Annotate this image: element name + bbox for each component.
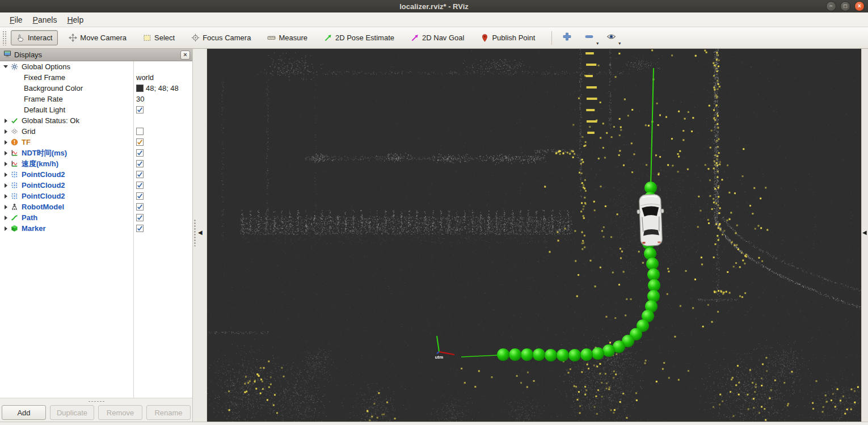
panel-splitter[interactable] [0,398,192,405]
minimize-button[interactable]: − [826,1,836,11]
tree-row-left: Frame Rate [0,94,133,104]
tree-row-value[interactable] [133,149,144,157]
expand-arrow-right-icon[interactable] [2,183,10,188]
tree-row-value[interactable] [133,182,144,189]
remove-tool-button[interactable]: ▾ [580,30,599,46]
move-camera-tool-button[interactable]: Move Camera [63,30,132,45]
tree-row-value[interactable]: 30 [133,95,144,103]
checkbox-checked[interactable] [136,225,144,232]
add-tool-button[interactable] [558,30,576,46]
checkbox-checked[interactable] [136,203,144,211]
measure-tool-button[interactable]: Measure [262,30,313,45]
property-value[interactable]: 48; 48; 48 [146,84,179,92]
color-swatch[interactable] [136,85,144,92]
tree-row-value[interactable] [133,225,144,232]
expand-arrow-right-icon[interactable] [2,172,10,177]
tree-row-value[interactable]: 48; 48; 48 [133,84,179,92]
expand-arrow-right-icon[interactable] [2,226,10,231]
tree-row-left: TF [0,137,133,148]
menu-panels[interactable]: Panels [28,14,62,26]
duplicate-button[interactable]: Duplicate [50,405,94,420]
focus-camera-icon [191,33,200,42]
tool-label: Measure [279,33,307,42]
maximize-button[interactable]: □ [840,1,850,11]
tree-row-pointcloud2[interactable]: PointCloud2 [0,191,192,201]
expand-arrow-right-icon[interactable] [2,129,10,134]
title-bar[interactable]: localizer.rviz* - RViz −□× [0,0,868,12]
tree-row-value[interactable] [133,214,144,221]
checkbox-unchecked[interactable] [136,128,144,135]
expand-arrow-right-icon[interactable] [2,205,10,209]
tree-row-robotmodel[interactable]: RobotModel [0,201,192,212]
collapse-left-panel-button[interactable]: ◀ [198,230,203,235]
tree-row-default-light[interactable]: Default Light [0,104,192,115]
tree-row-value[interactable] [133,192,144,200]
tree-row-pointcloud2[interactable]: PointCloud2 [0,180,192,191]
checkbox-checked[interactable] [136,149,144,157]
tree-row--km-h-[interactable]: 速度(km/h) [0,158,192,169]
expand-arrow-right-icon[interactable] [2,119,10,123]
tree-row-tf[interactable]: TF [0,137,192,148]
interact-tool-button[interactable]: Interact [11,30,58,45]
splitter-grip[interactable] [194,219,196,246]
expand-arrow-right-icon[interactable] [2,140,10,145]
tree-row-global-status-ok[interactable]: Global Status: Ok [0,115,192,126]
tree-row-grid[interactable]: Grid [0,126,192,137]
tree-row-background-color[interactable]: Background Color48; 48; 48 [0,83,192,94]
checkbox-checked[interactable] [136,171,144,178]
marker-icon [10,225,19,232]
tree-row-value[interactable] [133,128,144,135]
displays-buttons: AddDuplicateRemoveRename [0,405,192,422]
dropdown-caret-icon[interactable]: ▾ [618,41,621,46]
tree-row-pointcloud2[interactable]: PointCloud2 [0,169,192,180]
tree-row-marker[interactable]: Marker [0,223,192,234]
add-button[interactable]: Add [2,405,46,420]
collapse-right-panel-button[interactable]: ◀ [862,230,867,235]
close-panel-button[interactable]: × [180,51,190,60]
close-button[interactable]: × [854,1,865,11]
displays-panel-header[interactable]: Displays × [0,49,192,61]
select-tool-button[interactable]: Select [137,30,180,45]
nav-goal-tool-button[interactable]: 2D Nav Goal [405,30,470,45]
remove-button[interactable]: Remove [98,405,142,420]
tree-row-value[interactable] [133,160,144,167]
tree-row-value[interactable]: world [133,73,154,82]
expand-arrow-right-icon[interactable] [2,162,10,166]
tree-row-value[interactable] [133,203,144,211]
pose-estimate-tool-button[interactable]: 2D Pose Estimate [318,30,400,45]
checkbox-checked[interactable] [136,106,144,113]
tree-row-value[interactable] [133,138,144,146]
expand-arrow-down-icon[interactable] [2,65,10,68]
rename-button[interactable]: Rename [146,405,191,420]
tree-row-path[interactable]: Path [0,212,192,223]
checkbox-checked[interactable] [136,214,144,221]
tree-row-value[interactable] [133,106,144,113]
tree-row-frame-rate[interactable]: Frame Rate30 [0,94,192,104]
publish-point-tool-button[interactable]: Publish Point [475,30,541,45]
toolbar-drag-handle[interactable] [2,31,6,45]
focus-camera-tool-button[interactable]: Focus Camera [186,30,256,45]
checkbox-checked[interactable] [136,138,144,146]
checkbox-checked[interactable] [136,192,144,200]
checkbox-checked[interactable] [136,182,144,189]
menu-file[interactable]: File [5,14,28,26]
3d-viewport[interactable]: utm [207,49,861,422]
plot-icon [10,160,19,167]
dropdown-caret-icon[interactable]: ▾ [596,41,599,46]
tree-row-fixed-frame[interactable]: Fixed Frameworld [0,72,192,83]
tree-row-value[interactable] [133,171,144,178]
expand-arrow-right-icon[interactable] [2,216,10,220]
property-value[interactable]: world [136,73,154,82]
expand-arrow-right-icon[interactable] [2,151,10,155]
tf-icon [10,138,19,146]
tree-row-global-options[interactable]: Global Options [0,61,192,72]
cloud-icon [10,192,19,200]
menu-help[interactable]: Help [62,14,89,26]
interact-mode-button[interactable]: ▾ [602,30,621,46]
trajectory-sphere [647,268,660,281]
property-value[interactable]: 30 [136,95,144,103]
expand-arrow-right-icon[interactable] [2,194,10,199]
tree-row-ndt-ms-[interactable]: NDT时间(ms) [0,148,192,158]
checkbox-checked[interactable] [136,160,144,167]
tf-axis-green [437,336,439,352]
